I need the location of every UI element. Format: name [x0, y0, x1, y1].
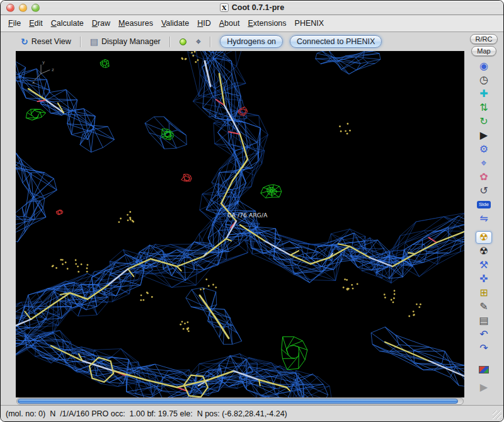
toolbar-separator [169, 37, 171, 47]
tools-icon[interactable]: ⚒ [476, 259, 491, 271]
menu-hid[interactable]: HID [197, 19, 211, 28]
rrc-button[interactable]: R/RC [470, 34, 498, 44]
side-chain-icon[interactable]: Side [476, 198, 491, 211]
menu-phenix[interactable]: PHENIX [295, 19, 324, 28]
horizontal-scrollbar[interactable] [16, 397, 464, 405]
menu-file[interactable]: File [8, 19, 21, 28]
flip-peptide-icon[interactable]: ↺ [476, 185, 491, 197]
svg-text:y: y [42, 60, 45, 65]
svg-text:x: x [32, 80, 35, 85]
go-to-ligand-button[interactable] [177, 37, 189, 47]
phenix-status-button[interactable]: Connected to PHENIX [290, 35, 382, 48]
resize-grip[interactable] [493, 411, 501, 419]
svg-text:z: z [52, 67, 54, 72]
trash-icon[interactable]: ▤ [476, 314, 491, 327]
toolbar-separator [80, 37, 81, 47]
menu-calculate[interactable]: Calculate [51, 19, 84, 28]
right-toolbar: R/RC Map ◉◷✚⇅↻▶⚙⌖✿↺Side⇋☢☢⚒✜⊞✎▤↶↷▶ [464, 32, 503, 405]
reset-view-label: Reset View [32, 37, 71, 46]
menu-draw[interactable]: Draw [92, 19, 110, 28]
menu-edit[interactable]: Edit [29, 19, 43, 28]
issues-icon[interactable] [476, 363, 491, 376]
reset-view-icon: ↻ [21, 37, 28, 46]
display-manager-button[interactable]: ▤ Display Manager [88, 36, 163, 47]
menu-extensions[interactable]: Extensions [248, 19, 286, 28]
display-manager-icon: ▤ [90, 37, 98, 46]
density-scene: zxy [16, 51, 464, 397]
gl-canvas[interactable]: zxy CA /76 ARG/A [16, 51, 464, 397]
scrollbar-thumb[interactable] [18, 399, 458, 404]
status-bar: (mol. no: 0) N /1/A/160 PRO occ: 1.00 bf… [1, 405, 503, 421]
radiation-dark-icon[interactable]: ☢ [476, 245, 491, 258]
swap-arrows-icon[interactable]: ⇅ [476, 101, 491, 114]
flip-180-icon[interactable]: ⇋ [476, 212, 491, 225]
display-manager-label: Display Manager [101, 37, 161, 46]
cross-tool-icon[interactable]: ✜ [476, 273, 491, 285]
issues-icon [479, 366, 489, 374]
center-column: ↻ Reset View ▤ Display Manager ⌖ Hydroge… [16, 32, 464, 405]
title-bar[interactable]: X Coot 0.7.1-pre [1, 1, 503, 15]
play-icon[interactable]: ▶ [476, 129, 491, 142]
x11-icon: X [220, 3, 229, 12]
status-text: (mol. no: 0) N /1/A/160 PRO occ: 1.00 bf… [6, 409, 287, 418]
map-button[interactable]: Map [471, 46, 496, 56]
menu-validate[interactable]: Validate [161, 19, 189, 28]
app-window: X Coot 0.7.1-pre FileEditCalculateDrawMe… [0, 0, 504, 422]
left-gutter [1, 32, 16, 405]
main-area: ↻ Reset View ▤ Display Manager ⌖ Hydroge… [1, 32, 503, 405]
pencil-icon[interactable]: ✎ [476, 300, 491, 313]
undo-icon[interactable]: ↶ [476, 328, 491, 341]
reset-view-button[interactable]: ↻ Reset View [18, 36, 74, 47]
window-title-text: Coot 0.7.1-pre [232, 3, 284, 12]
run-icon[interactable]: ▶ [476, 381, 491, 394]
model-sphere-icon[interactable]: ◉ [476, 60, 491, 72]
atom-target-icon[interactable]: ⌖ [476, 157, 491, 169]
toolbar-separator [210, 37, 211, 47]
toolbar: ↻ Reset View ▤ Display Manager ⌖ Hydroge… [16, 32, 464, 51]
add-residue-icon[interactable]: ⊞ [476, 287, 491, 299]
atom-label: CA /76 ARG/A [227, 212, 268, 219]
close-button[interactable] [6, 4, 14, 12]
zoom-button[interactable] [32, 4, 40, 12]
mutate-radiation-icon[interactable]: ☢ [476, 231, 492, 244]
hydrogens-toggle-button[interactable]: Hydrogens on [220, 35, 283, 48]
chi-angles-icon[interactable]: ⚙ [476, 143, 491, 156]
rotamer-icon[interactable]: ✿ [476, 171, 491, 183]
rotate-icon[interactable]: ↻ [476, 115, 491, 128]
window-title: X Coot 0.7.1-pre [1, 3, 503, 12]
axes-icon: zxy [32, 60, 54, 85]
menu-bar: FileEditCalculateDrawMeasuresValidateHID… [1, 15, 503, 32]
go-to-atom-icon: ⌖ [196, 37, 201, 47]
clock-icon[interactable]: ◷ [476, 74, 491, 86]
go-to-ligand-icon [180, 38, 186, 45]
go-to-atom-button[interactable]: ⌖ [193, 36, 203, 48]
redo-icon[interactable]: ↷ [476, 342, 491, 355]
menu-about[interactable]: About [219, 19, 240, 28]
window-controls [6, 4, 40, 12]
sidebar-icons: ◉◷✚⇅↻▶⚙⌖✿↺Side⇋☢☢⚒✜⊞✎▤↶↷▶ [464, 58, 503, 405]
minimize-button[interactable] [19, 4, 27, 12]
side-chain-icon-label: Side [477, 201, 491, 208]
move-arrows-icon[interactable]: ✚ [476, 88, 491, 100]
menu-measures[interactable]: Measures [118, 19, 153, 28]
